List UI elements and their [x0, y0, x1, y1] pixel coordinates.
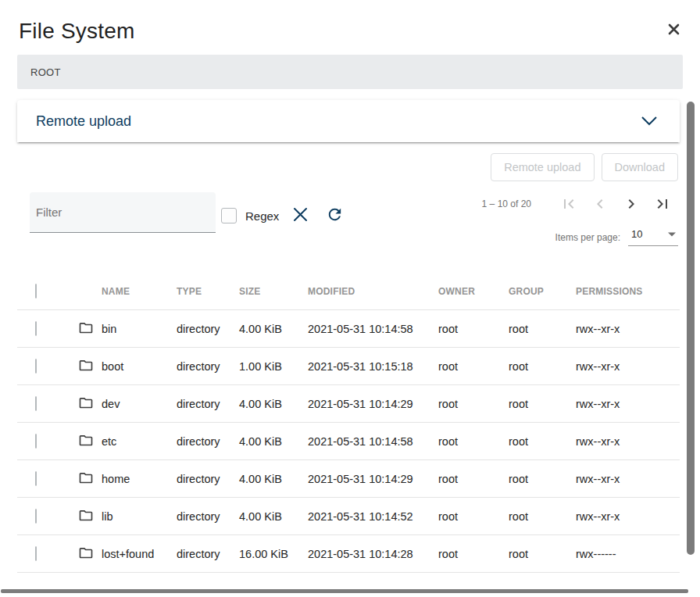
- file-size: 16.00 KiB: [222, 548, 291, 560]
- refresh-button[interactable]: [324, 204, 345, 225]
- row-checkbox[interactable]: [35, 546, 37, 561]
- paginator-controls: 1 – 10 of 20: [482, 195, 678, 213]
- header-size: SIZE: [222, 286, 291, 297]
- file-size: 4.00 KiB: [222, 323, 291, 335]
- select-all-checkbox[interactable]: [35, 284, 37, 298]
- table-row[interactable]: dev directory 4.00 KiB 2021-05-31 10:14:…: [17, 385, 680, 423]
- file-size: 4.00 KiB: [222, 473, 291, 485]
- file-permissions: rwx--xr-x: [559, 473, 680, 485]
- file-group: root: [491, 360, 559, 373]
- file-size: 1.00 KiB: [222, 360, 291, 373]
- folder-icon: [78, 397, 94, 410]
- items-per-page-label: Items per page:: [555, 232, 620, 243]
- file-owner: root: [421, 473, 491, 485]
- chevron-left-icon: [584, 195, 616, 213]
- row-checkbox[interactable]: [35, 434, 37, 449]
- regex-checkbox[interactable]: [221, 208, 237, 223]
- remote-upload-panel-title: Remote upload: [36, 113, 131, 130]
- file-name: home: [102, 473, 130, 485]
- remote-upload-button[interactable]: Remote upload: [491, 153, 594, 181]
- paginator: 1 – 10 of 20: [482, 192, 678, 246]
- table-body: bin directory 4.00 KiB 2021-05-31 10:14:…: [17, 310, 680, 573]
- download-button[interactable]: Download: [602, 153, 679, 181]
- items-per-page-select[interactable]: 10: [628, 228, 678, 246]
- file-owner: root: [421, 435, 491, 448]
- filter-input[interactable]: [30, 206, 216, 219]
- folder-icon: [78, 322, 94, 335]
- page-title: File System: [19, 19, 134, 44]
- file-group: root: [491, 323, 559, 335]
- file-owner: root: [421, 323, 491, 335]
- file-group: root: [491, 510, 559, 523]
- horizontal-scrollbar[interactable]: [1, 589, 688, 593]
- file-name: lost+found: [102, 548, 154, 560]
- regex-label: Regex: [245, 209, 279, 223]
- last-page-icon: [647, 195, 678, 213]
- table-row[interactable]: bin directory 4.00 KiB 2021-05-31 10:14:…: [17, 310, 680, 348]
- table-row[interactable]: boot directory 1.00 KiB 2021-05-31 10:15…: [17, 348, 680, 385]
- chevron-down-icon: [639, 115, 659, 127]
- file-table: NAME TYPE SIZE MODIFIED OWNER GROUP PERM…: [17, 273, 680, 573]
- file-type: directory: [159, 360, 222, 373]
- header-group: GROUP: [491, 286, 559, 297]
- folder-icon: [78, 434, 94, 448]
- folder-icon: [78, 509, 94, 523]
- row-checkbox[interactable]: [35, 396, 37, 411]
- file-modified: 2021-05-31 10:14:58: [291, 323, 421, 335]
- previous-page-button[interactable]: [584, 195, 616, 213]
- file-owner: root: [421, 548, 491, 560]
- clear-filter-button[interactable]: [291, 205, 310, 224]
- file-type: directory: [159, 473, 222, 485]
- remote-upload-panel-header[interactable]: Remote upload: [17, 100, 680, 142]
- table-row[interactable]: lost+found directory 16.00 KiB 2021-05-3…: [17, 535, 680, 573]
- file-type: directory: [159, 548, 222, 560]
- folder-icon: [78, 472, 94, 485]
- filter-field: [30, 192, 216, 233]
- file-owner: root: [421, 510, 491, 523]
- first-page-button[interactable]: [553, 195, 584, 213]
- file-name: boot: [102, 360, 123, 373]
- folder-icon: [78, 547, 94, 560]
- clear-icon: [292, 206, 309, 223]
- close-icon: [668, 23, 680, 35]
- row-checkbox[interactable]: [35, 471, 37, 486]
- file-modified: 2021-05-31 10:14:29: [291, 473, 421, 485]
- file-permissions: rwx--xr-x: [559, 435, 680, 448]
- file-type: directory: [159, 323, 222, 335]
- row-checkbox[interactable]: [35, 359, 37, 374]
- table-header-row: NAME TYPE SIZE MODIFIED OWNER GROUP PERM…: [17, 273, 680, 310]
- file-group: root: [491, 548, 559, 560]
- file-size: 4.00 KiB: [222, 510, 291, 523]
- file-size: 4.00 KiB: [222, 398, 291, 410]
- header-modified: MODIFIED: [291, 286, 421, 297]
- first-page-icon: [553, 195, 584, 213]
- vertical-scrollbar[interactable]: [687, 102, 695, 555]
- file-modified: 2021-05-31 10:14:28: [291, 548, 421, 560]
- header-name: NAME: [61, 286, 159, 297]
- file-owner: root: [421, 398, 491, 410]
- regex-option: Regex: [221, 208, 279, 223]
- row-checkbox[interactable]: [35, 321, 37, 336]
- table-row[interactable]: home directory 4.00 KiB 2021-05-31 10:14…: [17, 460, 680, 498]
- dropdown-arrow-icon: [667, 231, 677, 238]
- filter-toolbar: Regex 1 – 10 of 20: [30, 192, 678, 246]
- table-row[interactable]: lib directory 4.00 KiB 2021-05-31 10:14:…: [17, 498, 680, 535]
- paginator-range-label: 1 – 10 of 20: [482, 198, 531, 209]
- last-page-button[interactable]: [647, 195, 678, 213]
- file-name: lib: [102, 510, 113, 523]
- table-row[interactable]: etc directory 4.00 KiB 2021-05-31 10:14:…: [17, 423, 680, 460]
- file-type: directory: [159, 510, 222, 523]
- close-button[interactable]: [665, 20, 683, 38]
- file-name: etc: [102, 435, 116, 448]
- file-permissions: rwx--xr-x: [559, 510, 680, 523]
- items-per-page-value: 10: [631, 228, 642, 240]
- next-page-button[interactable]: [616, 195, 647, 213]
- row-checkbox[interactable]: [35, 509, 37, 524]
- header-type: TYPE: [159, 286, 222, 297]
- breadcrumb[interactable]: ROOT: [17, 55, 683, 89]
- breadcrumb-root-label: ROOT: [30, 66, 61, 78]
- file-permissions: rwx------: [559, 548, 680, 560]
- file-permissions: rwx--xr-x: [559, 360, 680, 373]
- file-modified: 2021-05-31 10:14:29: [291, 398, 421, 410]
- chevron-right-icon: [616, 195, 647, 213]
